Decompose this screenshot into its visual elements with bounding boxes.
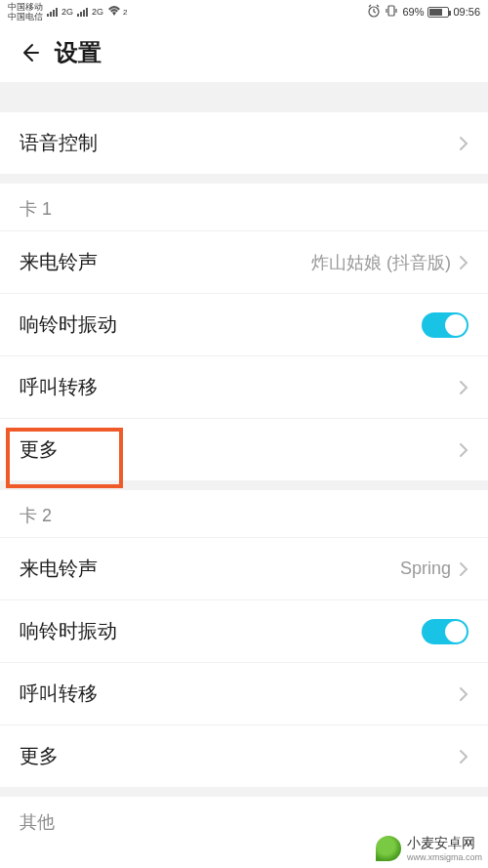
card1-ringtone-label: 来电铃声 (20, 249, 311, 275)
back-arrow-icon (19, 42, 40, 63)
status-left: 中国移动 中国电信 2G 2G 2 (8, 2, 127, 21)
chevron-right-icon (459, 136, 468, 151)
signal-1-icon (47, 8, 58, 17)
network-1: 2G (61, 7, 73, 17)
divider (0, 174, 488, 184)
row-card1-more[interactable]: 更多 (0, 418, 488, 480)
page-title: 设置 (55, 37, 102, 68)
row-card2-more[interactable]: 更多 (0, 724, 488, 787)
chevron-right-icon (459, 749, 468, 765)
divider (0, 82, 488, 111)
clock: 09:56 (453, 6, 480, 18)
card1-vibrate-toggle[interactable] (422, 312, 468, 338)
divider (0, 787, 488, 797)
row-voice-control[interactable]: 语音控制 (0, 111, 488, 174)
card2-forward-label: 呼叫转移 (20, 681, 459, 707)
row-card2-vibrate: 响铃时振动 (0, 599, 488, 662)
network-2: 2G (92, 7, 103, 17)
wifi-icon (107, 5, 121, 20)
row-card1-vibrate: 响铃时振动 (0, 293, 488, 355)
watermark-text: 小麦安卓网 (407, 835, 475, 850)
alarm-icon (367, 4, 381, 20)
carrier-1: 中国移动 (8, 2, 43, 12)
back-button[interactable] (16, 39, 43, 66)
card2-vibrate-toggle[interactable] (422, 619, 468, 644)
card2-ringtone-label: 来电铃声 (20, 556, 400, 582)
carrier-2: 中国电信 (8, 12, 43, 21)
carrier-labels: 中国移动 中国电信 (8, 2, 43, 21)
watermark-url: www.xmsigma.com (407, 852, 482, 862)
card2-ringtone-value: Spring (400, 558, 451, 579)
chevron-right-icon (459, 380, 468, 395)
signal-2-icon (77, 8, 88, 17)
battery-text: 69% (402, 6, 424, 18)
svg-rect-1 (388, 6, 394, 16)
chevron-right-icon (459, 686, 468, 702)
row-card2-forward[interactable]: 呼叫转移 (0, 662, 488, 724)
vibrate-icon (385, 4, 398, 20)
voice-control-label: 语音控制 (20, 130, 459, 156)
card1-ringtone-value: 炸山姑娘 (抖音版) (311, 251, 451, 274)
card1-forward-label: 呼叫转移 (20, 374, 459, 400)
card1-more-label: 更多 (20, 436, 459, 463)
watermark-logo-icon (376, 836, 401, 861)
watermark: 小麦安卓网 www.xmsigma.com (376, 835, 482, 862)
chevron-right-icon (459, 442, 468, 458)
row-card2-ringtone[interactable]: 来电铃声 Spring (0, 537, 488, 599)
chevron-right-icon (459, 561, 468, 577)
row-card1-ringtone[interactable]: 来电铃声 炸山姑娘 (抖音版) (0, 230, 488, 293)
section-header-card2: 卡 2 (0, 490, 488, 537)
card2-vibrate-label: 响铃时振动 (20, 618, 422, 644)
header: 设置 (0, 23, 488, 82)
divider (0, 480, 488, 490)
status-right: 69% 09:56 (367, 4, 480, 20)
card1-vibrate-label: 响铃时振动 (20, 311, 422, 338)
chevron-right-icon (459, 255, 468, 270)
row-card1-forward[interactable]: 呼叫转移 (0, 355, 488, 418)
battery-icon (427, 7, 449, 18)
card2-more-label: 更多 (20, 743, 459, 769)
section-header-card1: 卡 1 (0, 184, 488, 230)
wifi-index: 2 (123, 8, 127, 17)
status-bar: 中国移动 中国电信 2G 2G 2 69% 09:56 (0, 0, 488, 23)
